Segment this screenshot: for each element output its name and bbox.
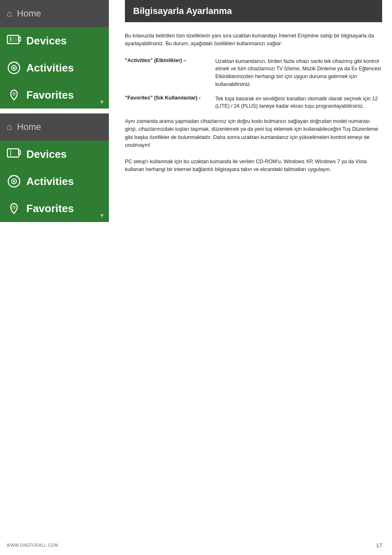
sidebar: ⌂ Home Devices Activities Favorites ▼ — [0, 0, 109, 555]
page-title-bar: Bilgisayarla Ayarlanma — [125, 0, 382, 22]
features-section: "Activities" (Etkinlikler) – Uzaktan kum… — [125, 58, 382, 111]
feature2-term: "Favorites" (Sık Kullanılanlar) - — [125, 95, 207, 111]
sidebar-favorites-label-2: Favorites — [26, 202, 74, 215]
body-paragraph-1: Aynı zamanda arama yapmadan cihazlarınız… — [125, 118, 382, 150]
sidebar-activities-label-1: Activities — [26, 62, 74, 74]
svg-rect-10 — [7, 149, 19, 157]
favorites-icon-2 — [7, 201, 21, 216]
sidebar-devices-label-2: Devices — [26, 148, 67, 161]
home-icon-2: ⌂ — [7, 122, 12, 132]
svg-rect-4 — [18, 37, 21, 41]
sidebar-activities-label-2: Activities — [26, 175, 74, 188]
scroll-down-arrow-2[interactable]: ▼ — [99, 212, 106, 219]
activities-icon-1 — [7, 60, 21, 75]
svg-point-9 — [13, 67, 15, 69]
feature-row-1: "Activities" (Etkinlikler) – Uzaktan kum… — [125, 58, 382, 88]
body-paragraph-2: PC setup'ı kullanmak için bu uzaktan kum… — [125, 158, 382, 174]
feature-row-2: "Favorites" (Sık Kullanılanlar) - Tek tu… — [125, 95, 382, 111]
sidebar-item-activities-2[interactable]: Activities — [0, 168, 109, 195]
svg-rect-1 — [9, 37, 17, 42]
activities-icon-2 — [7, 174, 21, 189]
sidebar-home-label-1: Home — [17, 8, 41, 19]
footer-page-number: 17 — [376, 542, 382, 548]
main-content: Bilgisayarla Ayarlanma Bu kılavuzda beli… — [115, 0, 392, 198]
scroll-down-arrow-1[interactable]: ▼ — [99, 99, 106, 105]
sidebar-item-home-1[interactable]: ⌂ Home — [0, 0, 109, 27]
feature2-desc: Tek tuşa basarak en sevdiğiniz kanalları… — [215, 95, 382, 111]
footer: WWW.ONEFORALL.COM 17 — [0, 542, 392, 548]
devices-icon-2 — [7, 147, 21, 162]
sidebar-item-favorites-1[interactable]: Favorites ▼ — [0, 81, 109, 109]
feature1-desc: Uzaktan kumandanızı, birden fazla cihazı… — [215, 58, 382, 88]
sidebar-favorites-label-1: Favorites — [26, 89, 74, 102]
sidebar-item-activities-1[interactable]: Activities — [0, 54, 109, 81]
home-icon: ⌂ — [7, 8, 12, 19]
favorites-icon-1 — [7, 88, 21, 102]
sidebar-item-devices-1[interactable]: Devices — [0, 27, 109, 54]
sidebar-item-home-2[interactable]: ⌂ Home — [0, 113, 109, 141]
page-title: Bilgisayarla Ayarlanma — [133, 6, 232, 16]
sidebar-devices-label-1: Devices — [26, 35, 67, 47]
intro-paragraph: Bu kılavuzda belirtilen tüm özelliklerin… — [125, 32, 382, 48]
svg-point-18 — [13, 180, 15, 183]
sidebar-home-label-2: Home — [17, 122, 41, 132]
sidebar-item-favorites-2[interactable]: Favorites ▼ — [0, 195, 109, 222]
sidebar-item-devices-2[interactable]: Devices — [0, 141, 109, 168]
devices-icon-1 — [7, 33, 21, 48]
feature1-term: "Activities" (Etkinlikler) – — [125, 58, 207, 88]
svg-rect-13 — [18, 150, 21, 155]
footer-url: WWW.ONEFORALL.COM — [7, 543, 58, 548]
